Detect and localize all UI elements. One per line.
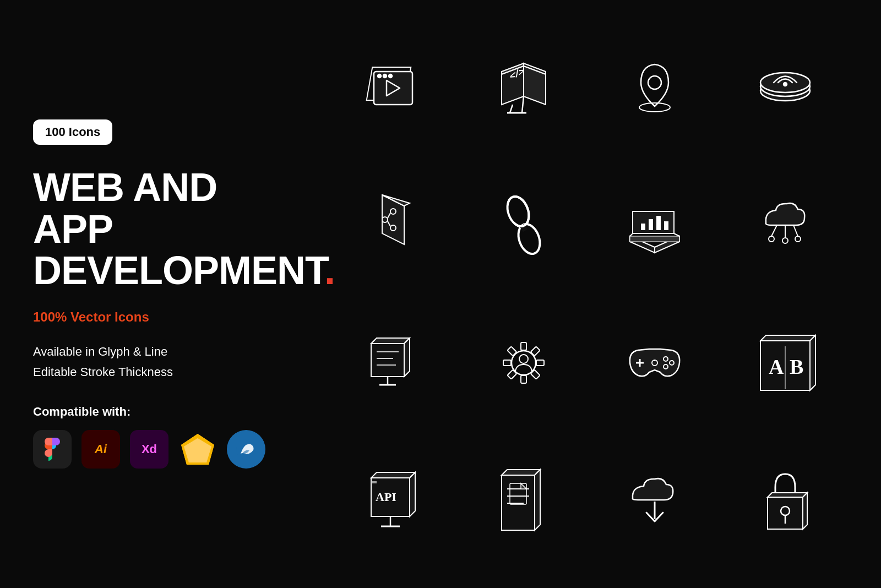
- game-controller-cell: [611, 319, 699, 407]
- svg-line-46: [771, 225, 777, 236]
- svg-rect-63: [536, 360, 544, 366]
- svg-rect-65: [521, 375, 526, 383]
- svg-marker-101: [803, 493, 807, 529]
- svg-marker-79: [810, 335, 815, 390]
- svg-point-51: [795, 236, 801, 242]
- svg-marker-52: [371, 338, 410, 344]
- main-title: WEB AND APP DEVELOPMENT.: [33, 167, 275, 292]
- features: Available in Glyph & Line Editable Strok…: [33, 341, 275, 383]
- badge: 100 Icons: [33, 119, 112, 145]
- lock-cell: [741, 456, 829, 544]
- svg-text:API: API: [376, 490, 396, 504]
- svg-marker-100: [768, 493, 807, 497]
- svg-text:B: B: [790, 355, 803, 378]
- svg-rect-41: [649, 219, 653, 230]
- svg-point-49: [769, 236, 774, 242]
- figma-icon: [33, 430, 72, 469]
- settings-user-cell: [480, 319, 568, 407]
- svg-marker-91: [502, 470, 540, 475]
- link-chain-cell: [480, 181, 568, 269]
- svg-point-9: [389, 74, 392, 78]
- svg-marker-84: [371, 472, 415, 478]
- cloud-network-cell: [741, 181, 829, 269]
- svg-rect-61: [521, 342, 526, 350]
- mobile-document-cell: [480, 456, 568, 544]
- svg-point-69: [519, 355, 528, 363]
- code-monitor-cell: </>: [480, 44, 568, 132]
- vector-label: 100% Vector Icons: [33, 309, 275, 325]
- svg-line-16: [510, 105, 513, 113]
- svg-point-8: [383, 74, 387, 78]
- svg-rect-43: [664, 221, 668, 230]
- svg-marker-92: [535, 470, 540, 530]
- ab-testing-cell: A B: [741, 319, 829, 407]
- svg-point-20: [648, 76, 661, 89]
- wifi-disk-cell: [741, 44, 829, 132]
- svg-line-45: [674, 233, 679, 236]
- svg-point-24: [784, 83, 787, 86]
- svg-marker-78: [760, 335, 815, 341]
- video-player-cell: [349, 44, 437, 132]
- display-code-cell: [349, 319, 437, 407]
- svg-rect-42: [656, 216, 661, 230]
- icons-grid: </>: [308, 0, 881, 588]
- svg-marker-54: [371, 344, 404, 377]
- compatible-label: Compatible with:: [33, 405, 275, 419]
- svg-rect-67: [503, 360, 511, 366]
- svg-line-44: [630, 233, 633, 236]
- svg-marker-85: [410, 472, 415, 516]
- svg-rect-88: [372, 481, 377, 483]
- share-mobile-cell: [349, 181, 437, 269]
- illustrator-icon: Ai: [81, 430, 120, 469]
- sketch-icon: [178, 430, 217, 469]
- api-monitor-cell: API: [349, 456, 437, 544]
- app-icons-row: Ai Xd: [33, 430, 275, 469]
- bluebird-icon: [227, 430, 265, 469]
- analytics-laptop-cell: [611, 181, 699, 269]
- xd-icon: Xd: [130, 430, 168, 469]
- svg-point-7: [378, 74, 381, 78]
- svg-marker-53: [404, 338, 410, 377]
- svg-point-19: [639, 103, 670, 112]
- svg-line-48: [793, 225, 798, 236]
- svg-marker-102: [768, 497, 803, 529]
- svg-line-17: [522, 96, 524, 113]
- svg-point-50: [782, 238, 788, 243]
- left-panel: 100 Icons WEB AND APP DEVELOPMENT. 100% …: [0, 0, 308, 588]
- cloud-download-cell: [611, 456, 699, 544]
- svg-marker-38: [630, 236, 679, 242]
- svg-text:A: A: [769, 355, 784, 378]
- location-pin-cell: [611, 44, 699, 132]
- svg-rect-40: [641, 224, 645, 230]
